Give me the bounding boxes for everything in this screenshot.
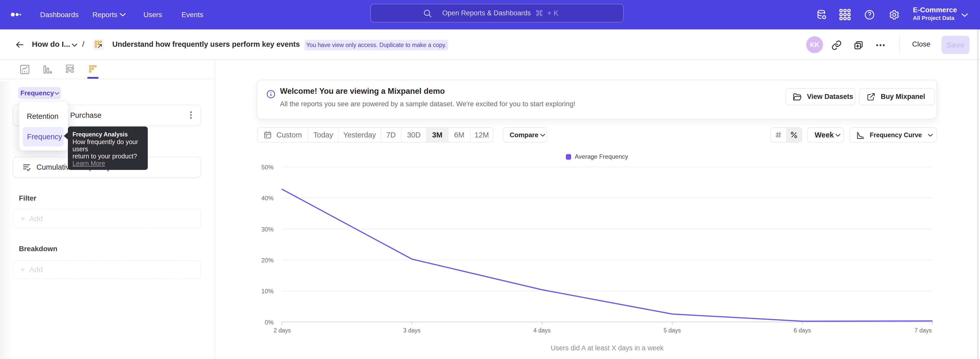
svg-text:20%: 20%	[261, 257, 274, 264]
svg-text:6 days: 6 days	[794, 327, 811, 334]
svg-text:3 days: 3 days	[403, 327, 421, 334]
svg-text:40%: 40%	[261, 195, 274, 202]
svg-text:2 days: 2 days	[274, 327, 291, 334]
svg-text:5 days: 5 days	[663, 327, 681, 334]
svg-text:Average Frequency: Average Frequency	[575, 153, 628, 160]
svg-text:0%: 0%	[265, 319, 274, 326]
svg-text:Users did A at least X days in: Users did A at least X days in a week	[551, 344, 664, 352]
svg-text:30%: 30%	[261, 226, 274, 233]
svg-text:10%: 10%	[261, 288, 274, 295]
svg-text:4 days: 4 days	[533, 327, 551, 334]
svg-text:7 days: 7 days	[915, 327, 932, 334]
svg-text:50%: 50%	[261, 164, 274, 171]
